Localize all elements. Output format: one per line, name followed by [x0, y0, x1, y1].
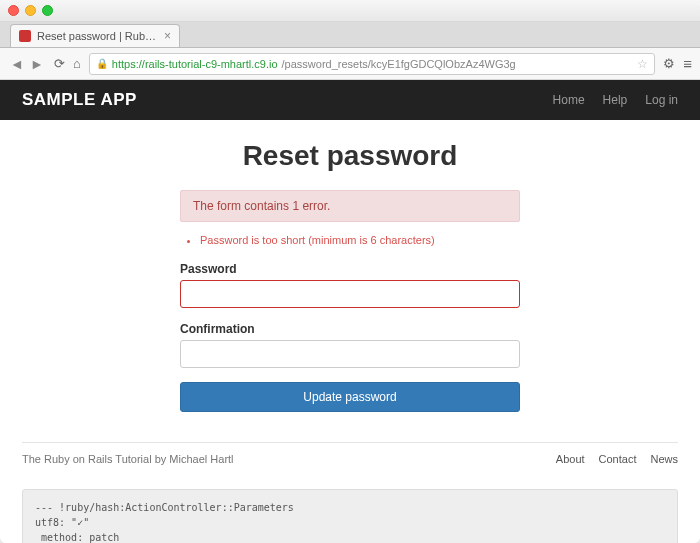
- debug-dump: --- !ruby/hash:ActionController::Paramet…: [22, 489, 678, 543]
- back-button[interactable]: ◄: [8, 55, 26, 73]
- confirmation-input[interactable]: [180, 340, 520, 368]
- nav-arrows: ◄ ►: [8, 55, 46, 73]
- address-bar[interactable]: 🔒 https://rails-tutorial-c9-mhartl.c9.io…: [89, 53, 655, 75]
- nav-help[interactable]: Help: [603, 93, 628, 107]
- footer-author-link[interactable]: Michael Hartl: [169, 453, 233, 465]
- lock-icon: 🔒: [96, 58, 108, 69]
- home-button[interactable]: ⌂: [73, 56, 81, 71]
- browser-toolbar: ◄ ► ⟳ ⌂ 🔒 https://rails-tutorial-c9-mhar…: [0, 48, 700, 80]
- url-host: https://rails-tutorial-c9-mhartl.c9.io: [112, 58, 278, 70]
- browser-window: Reset password | Ruby on × ◄ ► ⟳ ⌂ 🔒 htt…: [0, 0, 700, 543]
- window-titlebar: [0, 0, 700, 22]
- confirmation-label: Confirmation: [180, 322, 520, 336]
- password-input[interactable]: [180, 280, 520, 308]
- footer-credit: The Ruby on Rails Tutorial by Michael Ha…: [22, 453, 234, 465]
- reload-button[interactable]: ⟳: [54, 56, 65, 71]
- close-window-button[interactable]: [8, 5, 19, 16]
- footer-links: About Contact News: [556, 453, 678, 465]
- nav-links: Home Help Log in: [553, 93, 678, 107]
- page-title: Reset password: [22, 140, 678, 172]
- nav-login[interactable]: Log in: [645, 93, 678, 107]
- close-tab-icon[interactable]: ×: [164, 29, 171, 43]
- reset-password-form: The form contains 1 error. Password is t…: [180, 190, 520, 412]
- error-alert: The form contains 1 error.: [180, 190, 520, 222]
- update-password-button[interactable]: Update password: [180, 382, 520, 412]
- footer-about[interactable]: About: [556, 453, 585, 465]
- page-viewport: SAMPLE APP Home Help Log in Reset passwo…: [0, 80, 700, 543]
- tab-title: Reset password | Ruby on: [37, 30, 158, 42]
- footer-tutorial-link[interactable]: The Ruby on Rails Tutorial: [22, 453, 152, 465]
- nav-home[interactable]: Home: [553, 93, 585, 107]
- brand-logo[interactable]: SAMPLE APP: [22, 90, 137, 110]
- site-navbar: SAMPLE APP Home Help Log in: [0, 80, 700, 120]
- footer-news[interactable]: News: [650, 453, 678, 465]
- password-label: Password: [180, 262, 520, 276]
- minimize-window-button[interactable]: [25, 5, 36, 16]
- bookmark-star-icon[interactable]: ☆: [637, 57, 648, 71]
- site-footer: The Ruby on Rails Tutorial by Michael Ha…: [22, 442, 678, 475]
- error-list: Password is too short (minimum is 6 char…: [180, 234, 520, 246]
- url-path: /password_resets/kcyE1fgGDCQlObzAz4WG3g: [282, 58, 516, 70]
- browser-tab[interactable]: Reset password | Ruby on ×: [10, 24, 180, 47]
- footer-contact[interactable]: Contact: [599, 453, 637, 465]
- hamburger-menu-icon[interactable]: ≡: [683, 55, 692, 72]
- window-controls: [8, 5, 53, 16]
- zoom-window-button[interactable]: [42, 5, 53, 16]
- error-item: Password is too short (minimum is 6 char…: [200, 234, 520, 246]
- tab-strip: Reset password | Ruby on ×: [0, 22, 700, 48]
- main-content: Reset password The form contains 1 error…: [0, 120, 700, 412]
- forward-button[interactable]: ►: [28, 55, 46, 73]
- favicon-icon: [19, 30, 31, 42]
- settings-gear-icon[interactable]: ⚙: [663, 56, 675, 71]
